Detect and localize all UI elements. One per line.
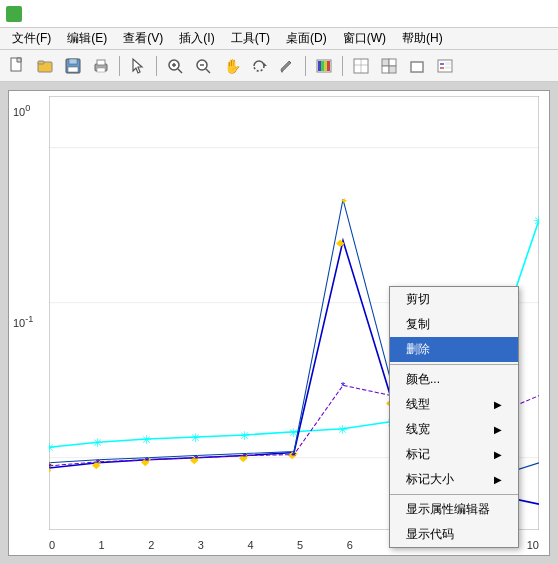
xaxis-label: 4 bbox=[247, 539, 253, 551]
svg-rect-35 bbox=[411, 62, 423, 72]
svg-text:*: * bbox=[292, 450, 297, 462]
submenu-arrow-icon: ▶ bbox=[494, 424, 502, 435]
close-button[interactable] bbox=[524, 0, 552, 28]
context-menu: 剪切复制删除颜色...线型▶线宽▶标记▶标记大小▶显示属性编辑器显示代码 bbox=[389, 286, 519, 548]
legend-button[interactable] bbox=[432, 53, 458, 79]
context-menu-item-标记大小[interactable]: 标记大小▶ bbox=[390, 467, 518, 492]
box-button[interactable] bbox=[404, 53, 430, 79]
svg-text:✦: ✦ bbox=[340, 196, 348, 207]
context-menu-item-显示代码[interactable]: 显示代码 bbox=[390, 522, 518, 547]
context-menu-item-label: 标记大小 bbox=[406, 471, 454, 488]
grid2-button[interactable] bbox=[376, 53, 402, 79]
context-menu-item-线型[interactable]: 线型▶ bbox=[390, 392, 518, 417]
zoom-out-button[interactable] bbox=[190, 53, 216, 79]
svg-text:✳: ✳ bbox=[337, 423, 348, 437]
yaxis-label-bottom: 10-1 bbox=[13, 314, 33, 329]
xaxis-label: 0 bbox=[49, 539, 55, 551]
xaxis-label: 1 bbox=[99, 539, 105, 551]
context-menu-item-删除[interactable]: 删除 bbox=[390, 337, 518, 362]
context-menu-item-label: 显示代码 bbox=[406, 526, 454, 543]
menu-item-文件(F)[interactable]: 文件(F) bbox=[4, 28, 59, 49]
svg-text:✳: ✳ bbox=[92, 437, 103, 451]
menu-item-查看(V)[interactable]: 查看(V) bbox=[115, 28, 171, 49]
svg-marker-22 bbox=[281, 71, 283, 73]
svg-text:✳: ✳ bbox=[141, 433, 152, 447]
menu-item-插入(I)[interactable]: 插入(I) bbox=[171, 28, 222, 49]
svg-text:✳: ✳ bbox=[533, 214, 539, 228]
xaxis-label: 10 bbox=[527, 539, 539, 551]
svg-text:*: * bbox=[96, 457, 101, 469]
svg-rect-32 bbox=[389, 59, 396, 66]
svg-text:*: * bbox=[341, 381, 346, 393]
menu-item-桌面(D)[interactable]: 桌面(D) bbox=[278, 28, 335, 49]
svg-rect-39 bbox=[445, 62, 451, 65]
svg-rect-34 bbox=[389, 66, 396, 73]
svg-marker-1 bbox=[17, 58, 21, 62]
main-area: 100 10-1 ✳ ✳ ✳ ✳ ✳ ✳ ✳ ✳ ✳ ✳ ✳ bbox=[0, 82, 558, 564]
save-button[interactable] bbox=[60, 53, 86, 79]
context-menu-item-标记[interactable]: 标记▶ bbox=[390, 442, 518, 467]
context-menu-item-label: 复制 bbox=[406, 316, 430, 333]
maximize-button[interactable] bbox=[496, 0, 524, 28]
xaxis-label: 5 bbox=[297, 539, 303, 551]
svg-rect-33 bbox=[382, 66, 389, 73]
grid1-button[interactable] bbox=[348, 53, 374, 79]
submenu-arrow-icon: ▶ bbox=[494, 399, 502, 410]
svg-text:✳: ✳ bbox=[49, 442, 55, 456]
svg-marker-20 bbox=[281, 61, 291, 71]
yaxis-label-top: 100 bbox=[13, 103, 30, 118]
titlebar-left bbox=[6, 6, 28, 22]
zoom-in-button[interactable] bbox=[162, 53, 188, 79]
svg-line-14 bbox=[178, 69, 182, 73]
context-menu-item-颜色...[interactable]: 颜色... bbox=[390, 367, 518, 392]
xaxis-label: 6 bbox=[347, 539, 353, 551]
svg-marker-10 bbox=[133, 59, 142, 73]
menu-item-编辑(E)[interactable]: 编辑(E) bbox=[59, 28, 115, 49]
new-button[interactable] bbox=[4, 53, 30, 79]
svg-rect-9 bbox=[97, 68, 105, 72]
context-menu-item-label: 删除 bbox=[406, 341, 430, 358]
svg-text:◆: ◆ bbox=[336, 237, 344, 248]
context-menu-item-label: 剪切 bbox=[406, 291, 430, 308]
xaxis-label: 2 bbox=[148, 539, 154, 551]
minimize-button[interactable] bbox=[468, 0, 496, 28]
context-menu-separator bbox=[390, 364, 518, 365]
pan-button[interactable]: ✋ bbox=[218, 53, 244, 79]
colorbar-button[interactable] bbox=[311, 53, 337, 79]
svg-rect-5 bbox=[69, 59, 77, 64]
open-button[interactable] bbox=[32, 53, 58, 79]
svg-text:*: * bbox=[243, 451, 248, 463]
svg-rect-25 bbox=[321, 61, 324, 71]
menu-item-窗口(W)[interactable]: 窗口(W) bbox=[335, 28, 394, 49]
svg-text:✳: ✳ bbox=[239, 429, 250, 443]
context-menu-item-剪切[interactable]: 剪切 bbox=[390, 287, 518, 312]
menu-item-工具(T)[interactable]: 工具(T) bbox=[223, 28, 278, 49]
xaxis-label: 3 bbox=[198, 539, 204, 551]
edit-button[interactable] bbox=[274, 53, 300, 79]
svg-marker-19 bbox=[264, 63, 267, 66]
context-menu-item-label: 线宽 bbox=[406, 421, 430, 438]
svg-rect-27 bbox=[327, 61, 330, 71]
context-menu-item-label: 显示属性编辑器 bbox=[406, 501, 490, 518]
sep3 bbox=[305, 56, 306, 76]
context-menu-item-复制[interactable]: 复制 bbox=[390, 312, 518, 337]
svg-rect-40 bbox=[445, 66, 451, 69]
context-menu-item-显示属性编辑器[interactable]: 显示属性编辑器 bbox=[390, 497, 518, 522]
context-menu-item-线宽[interactable]: 线宽▶ bbox=[390, 417, 518, 442]
sep1 bbox=[119, 56, 120, 76]
print-button[interactable] bbox=[88, 53, 114, 79]
rotate-button[interactable] bbox=[246, 53, 272, 79]
submenu-arrow-icon: ▶ bbox=[494, 449, 502, 460]
app-icon bbox=[6, 6, 22, 22]
svg-rect-24 bbox=[318, 61, 321, 71]
svg-line-17 bbox=[206, 69, 210, 73]
svg-text:✳: ✳ bbox=[190, 431, 201, 445]
context-menu-item-label: 标记 bbox=[406, 446, 430, 463]
menu-item-帮助(H)[interactable]: 帮助(H) bbox=[394, 28, 451, 49]
svg-rect-26 bbox=[324, 61, 327, 71]
toolbar: ✋ bbox=[0, 50, 558, 82]
context-menu-separator bbox=[390, 494, 518, 495]
sep2 bbox=[156, 56, 157, 76]
select-button[interactable] bbox=[125, 53, 151, 79]
plot-container: 100 10-1 ✳ ✳ ✳ ✳ ✳ ✳ ✳ ✳ ✳ ✳ ✳ bbox=[8, 90, 550, 556]
